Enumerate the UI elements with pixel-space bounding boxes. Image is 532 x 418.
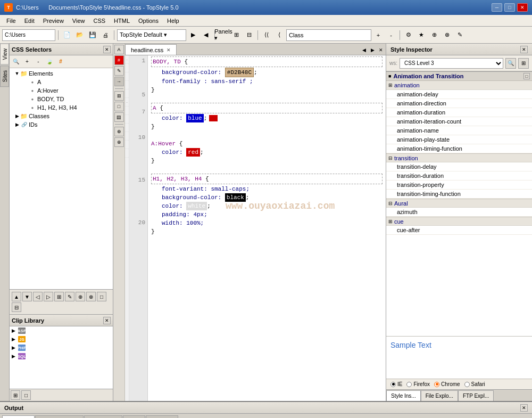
menu-file[interactable]: File [2,17,20,25]
side-btn-1[interactable]: ▲ [12,292,21,301]
prop-animation-duration[interactable]: animation-duration [386,108,532,117]
prop-animation-direction[interactable]: animation-direction [386,99,532,108]
menu-edit[interactable]: Edit [20,17,39,25]
class-remove-btn[interactable]: - [385,29,397,41]
prop-animation-name[interactable]: animation-name [386,126,532,135]
toolbar-btn-extra1[interactable]: ⊞ [230,29,242,41]
toolbar-btn-nav1[interactable]: ⟨⟨ [261,29,272,41]
etool-1[interactable]: A [114,45,124,54]
prop-transition-timing-function[interactable]: transition-timing-function [386,190,532,199]
transition-subsection[interactable]: ⊟ transition [386,153,532,162]
code-content[interactable]: BODY, TD { background-color: #D2B48C; fo… [148,55,386,401]
menu-view[interactable]: View [68,17,89,25]
output-tab-reports[interactable]: Reports [146,415,178,418]
inspector-icon-btn-2[interactable]: ⊞ [518,58,529,69]
css-selectors-close[interactable]: ✕ [103,46,111,53]
style-btn-1[interactable]: ▶ [187,29,199,41]
panels-button[interactable]: Panels ▾ [218,29,229,41]
firefox-radio[interactable] [406,382,412,387]
side-btn-5[interactable]: ⊞ [54,292,64,301]
etool-2[interactable]: # [114,55,124,65]
class-add-btn[interactable]: + [372,29,384,41]
tree-classes[interactable]: ▶ 📁 Classes [11,112,112,120]
side-btn-2[interactable]: ▼ [22,292,32,301]
new-button[interactable]: 📄 [61,29,73,41]
side-btn-7[interactable]: ⊕ [76,292,85,301]
menu-html[interactable]: HTML [110,17,134,25]
radio-ie[interactable]: IE [390,381,402,387]
radio-safari[interactable]: Safari [464,381,485,387]
prop-animation-play-state[interactable]: animation-play-state [386,135,532,144]
clip-sql[interactable]: ▶ SQL [10,352,113,360]
minimize-button[interactable]: ─ [492,3,502,12]
output-close[interactable]: ✕ [520,404,528,412]
menu-css[interactable]: CSS [89,17,110,25]
tree-body-td[interactable]: ● BODY, TD [11,95,112,103]
js-expand[interactable]: ▶ [12,337,18,342]
ftp-explo-tab[interactable]: FTP Expl... [458,390,494,401]
save-button[interactable]: 💾 [87,29,98,41]
etool-3[interactable]: ✎ [114,66,124,76]
prop-cue-after[interactable]: cue-after [386,226,532,235]
tree-ids[interactable]: ▶ 🔗 IDs [11,120,112,129]
animation-subsection[interactable]: ⊞ animation [386,81,532,90]
side-btn-4[interactable]: ▷ [44,292,53,301]
radio-firefox[interactable]: Firefox [406,381,430,387]
tab-nav-right[interactable]: ▶ [369,46,376,54]
prop-transition-duration[interactable]: transition-duration [386,171,532,181]
etool-4[interactable]: → [114,77,124,86]
radio-chrome[interactable]: Chrome [434,381,460,387]
toolbar-btn-nav2[interactable]: ⟨ [273,29,285,41]
safari-radio[interactable] [464,382,470,387]
tree-a[interactable]: ● A [11,78,112,86]
side-btn-9[interactable]: □ [97,292,106,301]
tab-close-all[interactable]: ✕ [377,46,385,54]
inspector-icon-btn-1[interactable]: 🔍 [505,58,516,69]
inspector-tree[interactable]: ■ Animation and Transition □ ⊞ animation… [386,71,532,336]
output-tab-messages[interactable]: Messages [84,415,122,418]
clip-btn-2[interactable]: □ [21,390,31,400]
side-btn-6[interactable]: ✎ [65,292,74,301]
ids-expand[interactable]: ▶ [14,121,20,128]
sel-add-btn[interactable]: + [22,57,32,67]
output-tab-style-checker[interactable]: Style Checker [35,415,83,418]
side-btn-10[interactable]: ⊟ [12,302,21,312]
toolbar-misc-3[interactable]: ⊕ [428,29,440,41]
topstyle-default-dropdown[interactable]: TopStyle Default ▾ [117,29,186,41]
elements-expand[interactable]: ▼ [14,70,20,77]
toolbar-btn-extra2[interactable]: ⊟ [243,29,255,41]
style-btn-2[interactable]: ◀ [200,29,212,41]
class-dropdown[interactable]: Class [286,29,371,41]
etool-8[interactable]: ⊕ [114,127,124,136]
close-button[interactable]: ✕ [517,3,528,12]
sel-remove-btn[interactable]: - [33,57,44,67]
output-tab-preview[interactable]: Preview [2,415,35,418]
editor-tab-close[interactable]: ✕ [167,47,171,53]
clip-php[interactable]: ▶ PHP [10,343,113,352]
prop-animation-timing-function[interactable]: animation-timing-function [386,144,532,153]
css-selectors-tree[interactable]: ▼ 📁 Elements ● A ● A:Hover ● BODY, T [10,68,113,289]
prop-azimuth[interactable]: azimuth [386,208,532,217]
chrome-radio[interactable] [434,382,439,387]
classes-expand[interactable]: ▶ [14,113,20,119]
prop-transition-property[interactable]: transition-property [386,181,532,190]
cue-subsection[interactable]: ⊞ cue [386,217,532,226]
anim-section-scroll[interactable]: □ [523,73,530,79]
side-btn-3[interactable]: ◁ [33,292,43,301]
inspector-close[interactable]: ✕ [520,46,528,53]
tab-nav-left[interactable]: ◀ [360,46,368,54]
side-btn-8[interactable]: ⊗ [86,292,96,301]
etool-6[interactable]: □ [114,102,124,111]
clip-asp[interactable]: ▶ ASP [10,326,113,335]
file-path-dropdown[interactable]: C:\Users [2,29,55,41]
etool-9[interactable]: ⊗ [114,137,124,147]
menu-preview[interactable]: Preview [39,17,68,25]
toolbar-misc-4[interactable]: ⊗ [441,29,453,41]
aural-subsection[interactable]: ⊟ Aural [386,199,532,208]
prop-animation-iteration-count[interactable]: animation-iteration-count [386,117,532,126]
view-tab[interactable]: View [0,44,9,65]
toolbar-misc-2[interactable]: ★ [415,29,427,41]
prop-transition-delay[interactable]: transition-delay [386,162,532,171]
sel-search-btn[interactable]: 🔍 [11,57,21,67]
etool-5[interactable]: ⊞ [114,91,124,101]
